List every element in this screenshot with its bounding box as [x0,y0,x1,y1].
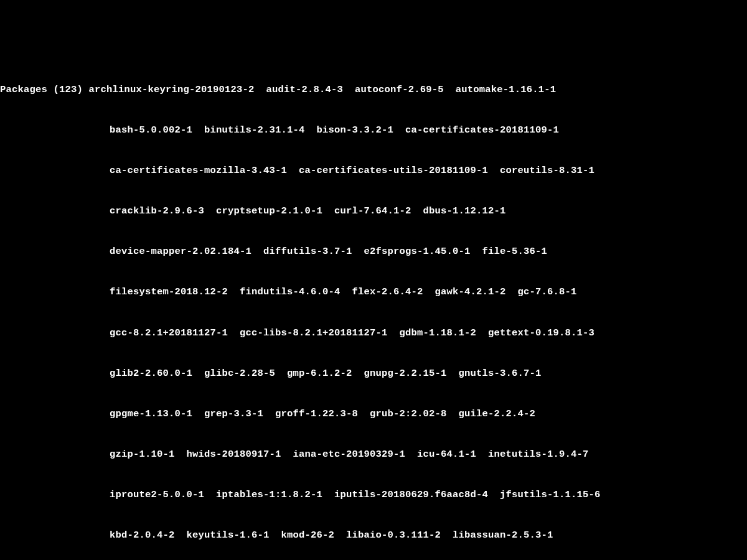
package-line: ca-certificates-mozilla-3.43-1 ca-certif… [0,164,747,178]
package-line: device-mapper-2.02.184-1 diffutils-3.7-1… [0,245,747,259]
package-line: iproute2-5.0.0-1 iptables-1:1.8.2-1 iput… [0,488,747,502]
package-line: glib2-2.60.0-1 glibc-2.28-5 gmp-6.1.2-2 … [0,367,747,381]
packages-header: Packages (123) [0,84,83,95]
package-line: bash-5.0.002-1 binutils-2.31.1-4 bison-3… [0,124,747,138]
package-line: gpgme-1.13.0-1 grep-3.3-1 groff-1.22.3-8… [0,408,747,421]
package-line: filesystem-2018.12-2 findutils-4.6.0-4 f… [0,286,747,299]
package-list-block: Packages (123) archlinux-keyring-2019012… [0,57,747,560]
package-line: gcc-8.2.1+20181127-1 gcc-libs-8.2.1+2018… [0,327,747,340]
package-line: gzip-1.10-1 hwids-20180917-1 iana-etc-20… [0,448,747,462]
package-line: cracklib-2.9.6-3 cryptsetup-2.1.0-1 curl… [0,205,747,218]
package-line: kbd-2.0.4-2 keyutils-1.6-1 kmod-26-2 lib… [0,529,747,543]
package-line: archlinux-keyring-20190123-2 audit-2.8.4… [89,84,557,95]
